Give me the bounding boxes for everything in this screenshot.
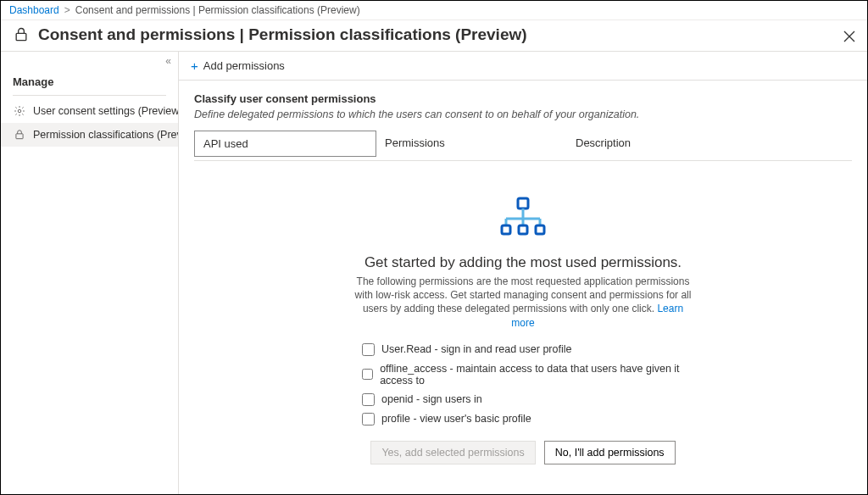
permission-checklist: User.Read - sign in and read user profil… xyxy=(362,340,684,429)
svg-rect-6 xyxy=(536,225,544,234)
permission-check-profile[interactable]: profile - view user's basic profile xyxy=(362,409,684,429)
section-subtitle: Define delegated permissions to which th… xyxy=(194,108,852,120)
empty-state: Get started by adding the most used perm… xyxy=(194,197,852,464)
svg-point-1 xyxy=(18,109,21,113)
breadcrumb: Dashboard > Consent and permissions | Pe… xyxy=(1,1,867,20)
plus-icon: + xyxy=(191,58,198,73)
hierarchy-icon xyxy=(498,197,548,241)
svg-rect-0 xyxy=(16,33,26,40)
permission-label: User.Read - sign in and read user profil… xyxy=(381,343,571,355)
empty-headline: Get started by adding the most used perm… xyxy=(364,254,682,271)
sidebar-section-label: Manage xyxy=(1,67,178,95)
checkbox[interactable] xyxy=(362,413,375,425)
column-divider xyxy=(194,160,852,161)
breadcrumb-current: Consent and permissions | Permission cla… xyxy=(75,4,360,16)
sidebar-item-permission-classifications[interactable]: Permission classifications (Previ... xyxy=(1,123,178,147)
checkbox[interactable] xyxy=(362,343,375,356)
section-heading: Classify user consent permissions xyxy=(194,92,852,105)
sidebar: « Manage User consent settings (Preview)… xyxy=(1,52,179,494)
column-description[interactable]: Description xyxy=(567,131,852,157)
yes-add-selected-button: Yes, add selected permissions xyxy=(370,441,535,464)
gear-icon xyxy=(13,104,26,118)
close-button[interactable] xyxy=(840,27,859,46)
sidebar-collapse[interactable]: « xyxy=(1,52,178,67)
breadcrumb-root[interactable]: Dashboard xyxy=(9,4,59,16)
page-title: Consent and permissions | Permission cla… xyxy=(38,25,527,44)
permission-label: profile - view user's basic profile xyxy=(381,413,531,425)
add-permissions-button[interactable]: + Add permissions xyxy=(191,58,285,73)
permission-check-openid[interactable]: openid - sign users in xyxy=(362,390,684,409)
sidebar-item-label: User consent settings (Preview) xyxy=(33,105,178,117)
sidebar-item-label: Permission classifications (Previ... xyxy=(33,129,178,141)
sidebar-item-user-consent-settings[interactable]: User consent settings (Preview) xyxy=(1,99,178,123)
empty-blurb: The following permissions are the most r… xyxy=(353,275,693,330)
svg-rect-3 xyxy=(518,198,528,209)
checkbox[interactable] xyxy=(362,393,375,406)
lock-icon xyxy=(13,128,26,142)
title-bar: Consent and permissions | Permission cla… xyxy=(1,20,867,51)
no-add-permissions-button[interactable]: No, I'll add permissions xyxy=(544,441,676,464)
svg-rect-2 xyxy=(16,134,23,139)
permission-label: offline_access - maintain access to data… xyxy=(380,363,684,387)
permission-check-offline-access[interactable]: offline_access - maintain access to data… xyxy=(362,359,684,390)
breadcrumb-separator: > xyxy=(64,4,70,16)
svg-rect-4 xyxy=(502,225,510,234)
content-area: Classify user consent permissions Define… xyxy=(179,81,867,476)
checkbox[interactable] xyxy=(362,368,373,381)
permission-label: openid - sign users in xyxy=(381,393,482,405)
permission-check-user-read[interactable]: User.Read - sign in and read user profil… xyxy=(362,340,684,359)
lock-icon xyxy=(13,26,30,43)
svg-rect-5 xyxy=(519,225,527,234)
main-panel: + Add permissions Classify user consent … xyxy=(179,52,867,494)
empty-buttons: Yes, add selected permissions No, I'll a… xyxy=(370,441,675,464)
column-api-used[interactable]: API used xyxy=(194,131,376,157)
command-bar: + Add permissions xyxy=(179,52,867,81)
add-permissions-label: Add permissions xyxy=(203,59,285,72)
column-permissions[interactable]: Permissions xyxy=(376,131,567,157)
sidebar-divider xyxy=(13,95,166,96)
table-header-row: API used Permissions Description xyxy=(194,131,852,157)
